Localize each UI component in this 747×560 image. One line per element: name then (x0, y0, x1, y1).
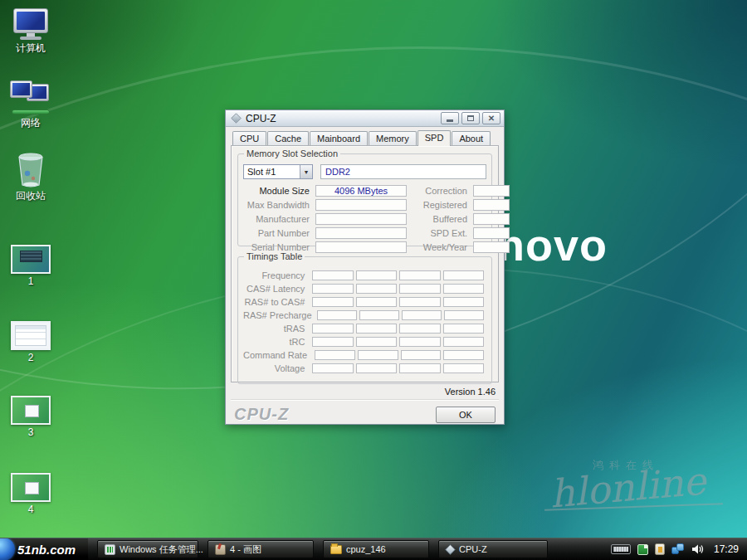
taskbar-button-cpuz[interactable]: CPU-Z (438, 540, 548, 558)
taskbar-button-label: CPU-Z (459, 544, 487, 554)
clock: 17:29 (714, 543, 739, 555)
timings-table-group: Timings Table FrequencyCAS# LatencyRAS# … (237, 256, 492, 384)
slot-selector-value: Slot #1 (244, 165, 300, 178)
field-value (315, 227, 407, 239)
timings-cell (312, 284, 353, 294)
tab-mainboard[interactable]: Mainboard (310, 131, 368, 145)
field-value: 4096 MBytes (315, 185, 407, 197)
timings-cell (359, 310, 399, 320)
timings-cell (312, 324, 353, 334)
spd-tab-page: Memory Slot Selection Slot #1 ▼ DDR2 Mod… (231, 145, 499, 382)
field-label: Registered (413, 200, 467, 210)
cpuz-app-icon (231, 113, 241, 123)
recycle-bin-icon (5, 151, 56, 187)
desktop-icon-computer[interactable]: 计算机 (5, 3, 56, 56)
keyboard-tray-icon[interactable] (611, 544, 631, 554)
close-button[interactable]: ✕ (482, 112, 500, 124)
timings-row-label: CAS# Latency (243, 284, 305, 294)
ok-button[interactable]: OK (436, 407, 496, 423)
minimize-button[interactable] (441, 112, 459, 124)
taskbar-button-label: cpuz_146 (346, 544, 386, 554)
group-title: Memory Slot Selection (244, 149, 340, 158)
field-label: SPD Ext. (413, 228, 467, 238)
slot-selector-dropdown[interactable]: Slot #1 ▼ (243, 164, 313, 179)
tab-about[interactable]: About (452, 131, 491, 145)
timings-cell (443, 284, 484, 294)
title-bar[interactable]: CPU-Z ✕ (226, 110, 504, 127)
image-thumbnail-icon (5, 388, 56, 425)
timings-cell (358, 350, 398, 360)
timings-cell (443, 324, 484, 334)
desktop-icon-image-4[interactable]: 4 (5, 465, 56, 515)
desktop-icon-label: 3 (5, 426, 56, 438)
timings-cell (312, 297, 353, 307)
timings-cell (399, 297, 440, 307)
network-tray-icon[interactable] (671, 543, 685, 555)
timings-cell (443, 363, 484, 373)
cpuz-icon (445, 543, 456, 554)
desktop-icon-image-2[interactable]: 2 (5, 314, 56, 363)
timings-row-label: Frequency (243, 270, 305, 280)
timings-cell (444, 310, 484, 320)
desktop-icon-label: 1 (5, 275, 56, 287)
timings-row: Voltage (243, 362, 486, 374)
timings-row: RAS# to CAS# (243, 295, 486, 308)
image-thumbnail-icon (5, 314, 56, 350)
green-app-tray-icon[interactable] (637, 544, 648, 555)
image-thumbnail-icon (5, 237, 56, 274)
field-value (473, 185, 510, 197)
timings-cell (443, 350, 484, 360)
desktop-icon-image-3[interactable]: 3 (5, 388, 56, 438)
close-icon: ✕ (488, 114, 495, 123)
timings-cell (399, 337, 440, 347)
desktop-icon-recycle-bin[interactable]: 回收站 (5, 151, 56, 203)
timings-cell (399, 284, 440, 294)
memory-slot-selection-group: Memory Slot Selection Slot #1 ▼ DDR2 Mod… (237, 153, 492, 246)
timings-cell (356, 337, 397, 347)
field-value (473, 241, 510, 253)
start-button[interactable]: 51nb.com (0, 538, 88, 560)
timings-row-label: RAS# to CAS# (243, 297, 305, 307)
paint-icon (215, 544, 226, 555)
tab-memory[interactable]: Memory (369, 131, 417, 145)
field-label: Buffered (413, 214, 467, 224)
field-label: Correction (413, 186, 467, 196)
desktop-icon-network[interactable]: 网络 (5, 78, 56, 130)
tab-cache[interactable]: Cache (267, 131, 309, 145)
tab-spd[interactable]: SPD (417, 130, 452, 146)
desktop-icon-label: 4 (5, 504, 56, 515)
desktop-icon-label: 回收站 (5, 189, 56, 203)
taskbar-button-label: 4 - 画图 (230, 543, 261, 556)
safely-remove-icon[interactable] (655, 543, 665, 555)
desktop-icon-label: 计算机 (5, 41, 56, 56)
timings-cell (443, 337, 484, 347)
timings-row-label: tRAS (243, 324, 305, 334)
memory-type-field: DDR2 (320, 164, 486, 179)
maximize-button[interactable] (461, 112, 480, 124)
timings-cell (356, 297, 397, 307)
version-label: Version 1.46 (231, 382, 499, 400)
timings-cell (356, 363, 397, 373)
speaker-icon[interactable] (691, 543, 704, 555)
taskbar-button-cpuz-folder[interactable]: cpuz_146 (323, 540, 429, 558)
timings-row-label: Command Rate (243, 350, 307, 360)
field-value (315, 213, 407, 225)
network-icon (5, 78, 56, 114)
computer-icon (5, 3, 56, 40)
bottom-bar: CPU-Z OK (231, 400, 499, 424)
field-value (473, 227, 510, 239)
field-value (473, 213, 510, 225)
taskbar-button-paint[interactable]: 4 - 画图 (208, 540, 314, 558)
timings-cell (312, 270, 353, 280)
desktop-icon-image-1[interactable]: 1 (5, 237, 56, 287)
tab-cpu[interactable]: CPU (232, 131, 266, 145)
watermark-caption: 鸿科在线 (593, 458, 735, 473)
timings-row: tRAS (243, 322, 486, 334)
timings-row-label: RAS# Precharge (243, 310, 310, 320)
chevron-down-icon[interactable]: ▼ (300, 165, 312, 178)
system-tray: 17:29 (611, 543, 747, 555)
timings-row: CAS# Latency (243, 282, 486, 295)
timings-row-label: tRC (243, 337, 305, 347)
start-orb-icon (0, 538, 15, 560)
taskbar-button-task-manager[interactable]: Windows 任务管理... (97, 540, 198, 558)
